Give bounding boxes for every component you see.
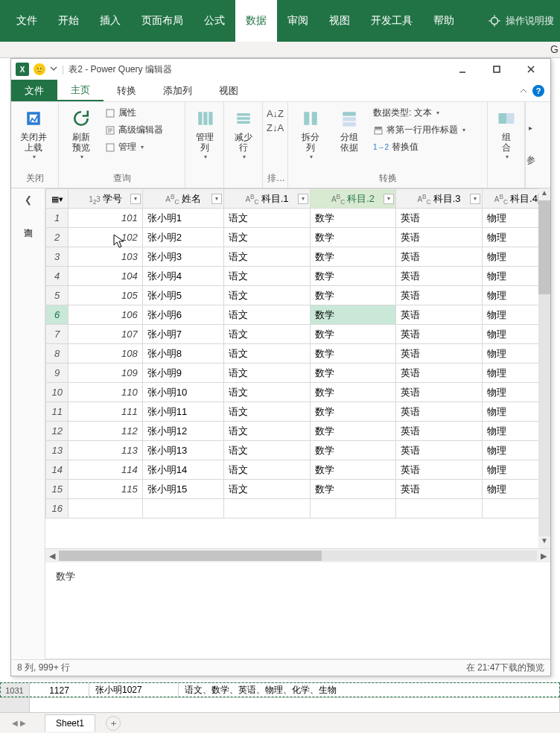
cell[interactable]: 105 (69, 286, 142, 305)
cell[interactable]: 16 (46, 499, 69, 518)
table-row[interactable]: 5105张小明5语文数学英语物理 (46, 286, 550, 305)
scroll-down-icon[interactable]: ▼ (538, 536, 550, 548)
vertical-scrollbar[interactable]: ▲ ▼ (538, 188, 550, 548)
excel-tab-开发工具[interactable]: 开发工具 (360, 0, 423, 42)
cell[interactable]: 111 (69, 402, 142, 422)
cell[interactable]: 11 (46, 402, 69, 422)
manage-columns-button[interactable]: 管理 列 (190, 105, 219, 162)
filter-icon[interactable]: ▾ (470, 194, 480, 204)
cell[interactable]: 语文 (224, 228, 311, 247)
filter-icon[interactable]: ▾ (211, 194, 222, 204)
cell[interactable]: 张小明14 (142, 460, 223, 480)
cell[interactable] (69, 499, 142, 518)
filter-icon[interactable]: ▾ (384, 194, 394, 204)
add-sheet-button[interactable]: ＋ (106, 716, 121, 731)
cell[interactable]: 张小明4 (142, 267, 223, 286)
cell[interactable]: 112 (69, 422, 142, 441)
sheet-tab[interactable]: Sheet1 (45, 714, 95, 732)
cell[interactable]: 103 (69, 247, 142, 267)
smile-icon[interactable]: 🙂 (34, 63, 45, 75)
cell[interactable]: 104 (69, 267, 142, 286)
cell[interactable]: 语文 (224, 441, 311, 460)
cell[interactable]: 英语 (396, 422, 483, 441)
cell[interactable]: 张小明10 (142, 383, 223, 402)
excel-tab-文件[interactable]: 文件 (6, 0, 48, 42)
column-header[interactable]: ABC科目.1▾ (224, 189, 311, 209)
cell[interactable]: 语文 (224, 286, 311, 305)
cell[interactable]: 101 (69, 209, 142, 228)
chevron-right-icon[interactable]: ❯ (25, 196, 32, 206)
reduce-rows-button[interactable]: 减少 行 (229, 105, 258, 162)
column-header[interactable]: ABC科目.2▾ (310, 189, 396, 209)
table-row[interactable]: 10110张小明10语文数学英语物理 (46, 383, 550, 402)
cell[interactable]: 英语 (396, 267, 483, 286)
table-row[interactable]: 2102张小明2语文数学英语物理 (46, 228, 550, 247)
table-row[interactable]: 16 (46, 499, 550, 518)
cell[interactable]: 13 (46, 441, 69, 460)
cell[interactable] (396, 499, 483, 518)
cell[interactable]: 语文 (224, 247, 311, 267)
manage-button[interactable]: 管理 (102, 139, 166, 155)
cell[interactable]: 张小明8 (142, 344, 223, 364)
cell[interactable]: 107 (69, 325, 142, 344)
cell[interactable]: 108 (69, 344, 142, 364)
hscroll-thumb[interactable] (59, 551, 322, 561)
excel-tab-插入[interactable]: 插入 (89, 0, 131, 42)
table-row[interactable]: 9109张小明9语文数学英语物理 (46, 364, 550, 383)
cell[interactable]: 5 (46, 286, 69, 305)
cell[interactable]: 语文 (224, 267, 311, 286)
cell[interactable]: 114 (69, 460, 142, 480)
horizontal-scrollbar[interactable]: ◀ ▶ (45, 549, 550, 562)
cell[interactable]: 语文 (224, 480, 311, 499)
cell[interactable]: 数学 (310, 209, 396, 228)
cell[interactable]: 英语 (396, 209, 483, 228)
cell[interactable]: 英语 (396, 460, 483, 480)
cell[interactable]: 数学 (310, 460, 396, 480)
cell[interactable]: 英语 (396, 228, 483, 247)
cell[interactable]: 3 (46, 247, 69, 267)
excel-tab-页面布局[interactable]: 页面布局 (131, 0, 194, 42)
table-row[interactable]: 15115张小明15语文数学英语物理 (46, 480, 550, 499)
row-header[interactable]: 1031 (0, 683, 30, 697)
table-row[interactable]: 7107张小明7语文数学英语物理 (46, 325, 550, 344)
cell[interactable]: 12 (46, 422, 69, 441)
column-header[interactable]: ABC姓名▾ (142, 189, 223, 209)
cell[interactable]: 张小明15 (142, 480, 223, 499)
cell[interactable]: 数学 (310, 422, 396, 441)
cell-id[interactable]: 1127 (30, 683, 89, 697)
excel-tab-公式[interactable]: 公式 (194, 0, 235, 42)
table-row[interactable]: 4104张小明4语文数学英语物理 (46, 267, 550, 286)
cell[interactable]: 张小明12 (142, 422, 223, 441)
cell[interactable]: 数学 (310, 325, 396, 344)
cell[interactable] (310, 499, 396, 518)
maximize-button[interactable] (482, 60, 512, 78)
refresh-preview-button[interactable]: 刷新 预览 (63, 105, 99, 162)
cell[interactable]: 113 (69, 441, 142, 460)
pq-tab-file[interactable]: 文件 (11, 80, 57, 101)
cell[interactable]: 语文 (224, 344, 311, 364)
cell[interactable]: 110 (69, 383, 142, 402)
filter-icon[interactable]: ▾ (298, 194, 308, 204)
cell[interactable]: 张小明9 (142, 364, 223, 383)
cell[interactable]: 英语 (396, 305, 483, 325)
cell[interactable]: 数学 (310, 364, 396, 383)
cell[interactable]: 102 (69, 228, 142, 247)
cell[interactable]: 语文 (224, 383, 311, 402)
column-header[interactable]: ▦▾ (46, 189, 69, 209)
cell[interactable]: 语文 (224, 364, 311, 383)
pq-tab-转换[interactable]: 转换 (104, 80, 150, 101)
cell[interactable]: 英语 (396, 344, 483, 364)
cell[interactable]: 英语 (396, 480, 483, 499)
cell[interactable]: 2 (46, 228, 69, 247)
cell[interactable]: 数学 (310, 267, 396, 286)
table-row[interactable]: 14114张小明14语文数学英语物理 (46, 460, 550, 480)
data-grid[interactable]: ▦▾123学号▾ABC姓名▾ABC科目.1▾ABC科目.2▾ABC科目.3▾AB… (45, 188, 550, 518)
cell-name[interactable]: 张小明1027 (89, 683, 179, 697)
group-by-button[interactable]: 分组 依据 (331, 105, 367, 155)
column-header[interactable]: 123学号▾ (69, 189, 142, 209)
cell[interactable]: 6 (46, 305, 69, 325)
cell[interactable]: 张小明3 (142, 247, 223, 267)
cell[interactable]: 4 (46, 267, 69, 286)
scroll-right-icon[interactable]: ▶ (537, 551, 550, 561)
cell[interactable]: 数学 (310, 402, 396, 422)
